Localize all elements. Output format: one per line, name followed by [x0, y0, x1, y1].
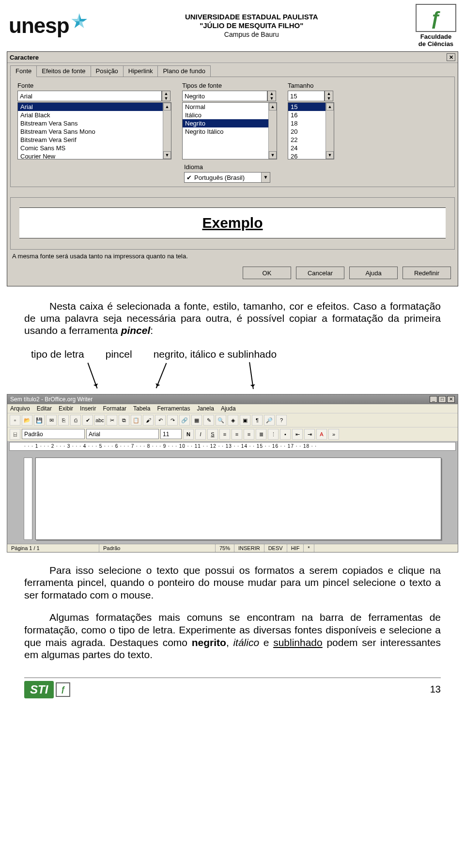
fontsize-combo[interactable]: 11 [160, 429, 182, 439]
spinner-icon[interactable]: ▲▼ [267, 91, 276, 101]
paste-icon[interactable]: 📋 [131, 415, 141, 426]
menu-inserir[interactable]: Inserir [80, 405, 96, 412]
increase-indent-icon[interactable]: ⇥ [304, 429, 315, 440]
underline-button[interactable]: S [207, 429, 218, 440]
format-paintbrush-icon[interactable]: 🖌 [143, 415, 154, 426]
hyperlink-icon[interactable]: 🔗 [179, 415, 190, 426]
vertical-ruler[interactable] [24, 458, 32, 540]
save-icon[interactable]: 💾 [34, 415, 45, 426]
new-icon[interactable]: ▫ [10, 415, 20, 426]
idioma-combo[interactable]: ✔ Português (Brasil) ▼ [184, 172, 270, 183]
show-draw-icon[interactable]: ✎ [203, 415, 214, 426]
list-item[interactable]: Normal [183, 103, 268, 111]
fonte-listbox[interactable]: Arial Arial Black Bitstream Vera Sans Bi… [17, 102, 171, 159]
tab-efeitos[interactable]: Efeitos de fonte [36, 65, 91, 77]
redefinir-button[interactable]: Redefinir [403, 267, 451, 279]
tab-posicao[interactable]: Posição [91, 65, 124, 77]
list-item[interactable]: Negrito [183, 119, 268, 127]
list-item[interactable]: Bitstream Vera Serif [18, 136, 163, 144]
list-item[interactable]: Courier New [18, 152, 163, 159]
tab-plano-fundo[interactable]: Plano de fundo [157, 65, 210, 77]
menu-formatar[interactable]: Formatar [103, 405, 126, 412]
nonprinting-icon[interactable]: ¶ [252, 415, 263, 426]
list-item[interactable]: Bitstream Vera Sans [18, 119, 163, 127]
list-item[interactable]: 24 [288, 144, 326, 152]
align-right-icon[interactable]: ≡ [244, 429, 254, 440]
list-item[interactable]: Bitstream Vera Sans Mono [18, 127, 163, 136]
redo-icon[interactable]: ↷ [167, 415, 178, 426]
print-icon[interactable]: ⎙ [70, 415, 81, 426]
status-insert[interactable]: INSERIR [234, 544, 264, 552]
styles-icon[interactable]: ⌸ [10, 429, 20, 440]
list-item[interactable]: Negrito Itálico [183, 127, 268, 136]
italic-button[interactable]: I [195, 429, 206, 440]
tab-hiperlink[interactable]: Hiperlink [123, 65, 158, 77]
tamanho-input[interactable] [288, 91, 325, 101]
spinner-icon[interactable]: ▲▼ [325, 91, 333, 101]
undo-icon[interactable]: ↶ [155, 415, 166, 426]
list-item[interactable]: 22 [288, 136, 326, 144]
menu-arquivo[interactable]: Arquivo [10, 405, 30, 412]
idioma-label: Idioma [184, 163, 448, 171]
bold-button[interactable]: N [183, 429, 194, 440]
list-item[interactable]: Itálico [183, 111, 268, 119]
align-justify-icon[interactable]: ≣ [256, 429, 266, 440]
minimize-icon[interactable]: _ [430, 396, 437, 403]
numbering-icon[interactable]: ⋮ [268, 429, 279, 440]
cancelar-button[interactable]: Cancelar [296, 267, 344, 279]
more-icon[interactable]: » [328, 429, 339, 440]
spinner-icon[interactable]: ▲▼ [162, 91, 170, 101]
bullets-icon[interactable]: • [280, 429, 291, 440]
list-item[interactable]: 20 [288, 127, 326, 136]
font-color-icon[interactable]: A [316, 429, 327, 440]
menu-editar[interactable]: Editar [37, 405, 52, 412]
scrollbar[interactable]: ▲▼ [268, 103, 277, 159]
open-icon[interactable]: 📂 [22, 415, 32, 426]
list-item[interactable]: Comic Sans MS [18, 144, 163, 152]
email-icon[interactable]: ✉ [46, 415, 57, 426]
fonte-input[interactable] [17, 91, 162, 101]
menu-ferramentas[interactable]: Ferramentas [157, 405, 190, 412]
ok-button[interactable]: OK [243, 267, 291, 279]
align-center-icon[interactable]: ≡ [232, 429, 242, 440]
menu-janela[interactable]: Janela [197, 405, 214, 412]
list-item[interactable]: Arial [18, 103, 163, 111]
table-icon[interactable]: ▦ [191, 415, 202, 426]
auto-spellcheck-icon[interactable]: abc [94, 415, 105, 426]
copy-icon[interactable]: ⧉ [119, 415, 129, 426]
tipos-input[interactable] [182, 91, 267, 101]
align-left-icon[interactable]: ≡ [219, 429, 230, 440]
fontname-combo[interactable]: Arial [86, 429, 159, 439]
cut-icon[interactable]: ✂ [107, 415, 117, 426]
close-icon[interactable]: ✕ [447, 396, 455, 403]
maximize-icon[interactable]: □ [438, 396, 446, 403]
para-style-combo[interactable]: Padrão [22, 429, 85, 439]
zoom-icon[interactable]: 🔎 [264, 415, 275, 426]
spellcheck-icon[interactable]: ✔ [82, 415, 93, 426]
list-item[interactable]: 26 [288, 152, 326, 159]
tamanho-listbox[interactable]: 15 16 18 20 22 24 26 ▲▼ [288, 102, 334, 159]
list-item[interactable]: 18 [288, 119, 326, 127]
help-icon[interactable]: ? [276, 415, 287, 426]
tab-fonte[interactable]: Fonte [10, 65, 37, 77]
gallery-icon[interactable]: ▣ [240, 415, 250, 426]
decrease-indent-icon[interactable]: ⇤ [292, 429, 303, 440]
pdf-icon[interactable]: ⎘ [58, 415, 69, 426]
menu-ajuda[interactable]: Ajuda [221, 405, 236, 412]
list-item[interactable]: 16 [288, 111, 326, 119]
scrollbar[interactable]: ▲▼ [326, 103, 334, 159]
status-zoom[interactable]: 75% [216, 544, 234, 552]
chevron-down-icon[interactable]: ▼ [261, 173, 270, 182]
page-canvas[interactable] [35, 458, 441, 540]
close-icon[interactable]: ✕ [447, 53, 455, 61]
ajuda-button[interactable]: Ajuda [349, 267, 398, 279]
menu-tabela[interactable]: Tabela [133, 405, 150, 412]
list-item[interactable]: Arial Black [18, 111, 163, 119]
navigator-icon[interactable]: ◈ [228, 415, 238, 426]
list-item[interactable]: 15 [288, 103, 326, 111]
tipos-listbox[interactable]: Normal Itálico Negrito Negrito Itálico ▲… [182, 102, 277, 159]
find-icon[interactable]: 🔍 [216, 415, 226, 426]
horizontal-ruler[interactable]: · · · 1 · · · 2 · · · 3 · · · 4 · · · 5 … [9, 442, 456, 451]
scrollbar[interactable]: ▲▼ [163, 103, 171, 159]
menu-exibir[interactable]: Exibir [59, 405, 73, 412]
